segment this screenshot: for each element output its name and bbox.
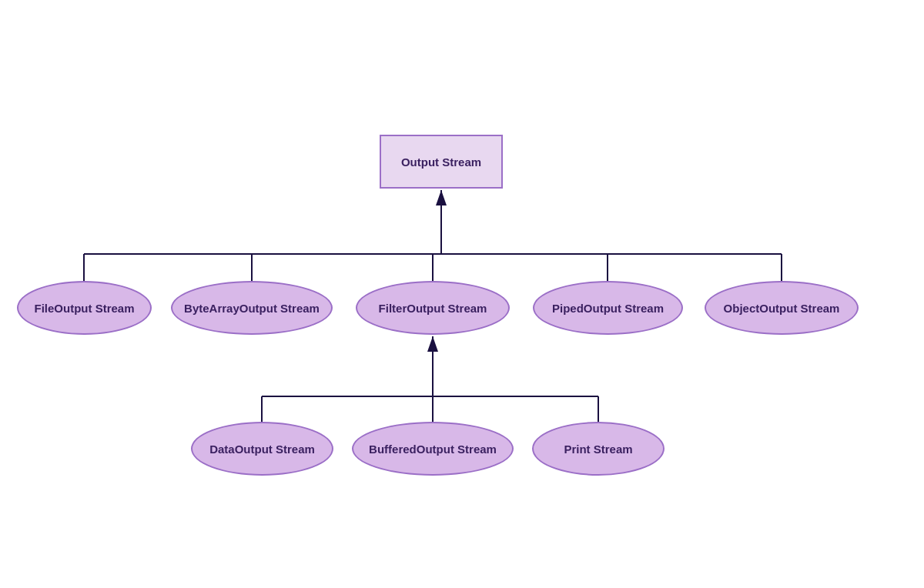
piped-output-label: PipedOutput Stream (552, 302, 664, 315)
filter-output-stream-node: FilterOutput Stream (356, 281, 510, 335)
print-stream-label: Print Stream (564, 443, 632, 456)
filter-output-label: FilterOutput Stream (379, 302, 487, 315)
buffered-output-stream-node: BufferedOutput Stream (352, 422, 514, 476)
bytearray-output-label: ByteArrayOutput Stream (184, 302, 320, 315)
buffered-output-label: BufferedOutput Stream (369, 443, 497, 456)
file-output-label: FileOutput Stream (34, 302, 134, 315)
file-output-stream-node: FileOutput Stream (17, 281, 152, 335)
diagram-container: Output Stream FileOutput Stream ByteArra… (0, 0, 924, 588)
piped-output-stream-node: PipedOutput Stream (533, 281, 683, 335)
data-output-stream-node: DataOutput Stream (191, 422, 333, 476)
output-stream-node: Output Stream (380, 135, 503, 189)
output-stream-label: Output Stream (401, 155, 481, 169)
data-output-label: DataOutput Stream (209, 443, 315, 456)
bytearray-output-stream-node: ByteArrayOutput Stream (171, 281, 333, 335)
object-output-label: ObjectOutput Stream (724, 302, 840, 315)
print-stream-node: Print Stream (532, 422, 665, 476)
object-output-stream-node: ObjectOutput Stream (705, 281, 859, 335)
